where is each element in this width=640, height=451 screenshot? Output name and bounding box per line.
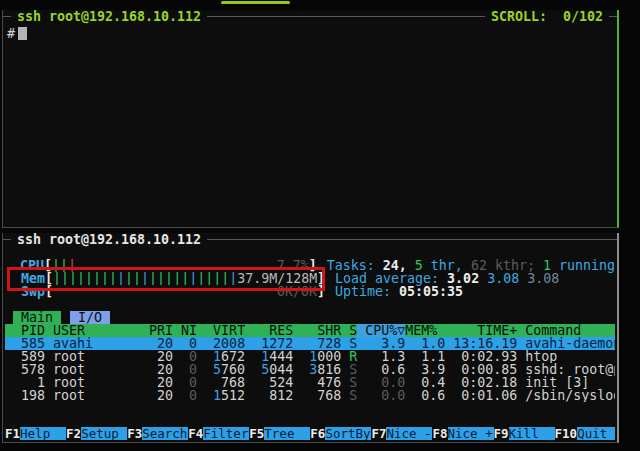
border-line [3, 16, 11, 17]
fkey-sortby-label[interactable]: SortBy [325, 427, 371, 440]
mem-meter-bars: | [189, 272, 197, 285]
fkey-tree-label[interactable]: Tree [264, 427, 310, 440]
fkey-setup-label[interactable]: Setup [81, 427, 127, 440]
fkey-help[interactable]: F1 [5, 427, 20, 440]
swap-meter-line: Swp[0K/0K] Uptime: 05:05:35 [5, 285, 615, 298]
fkey-search[interactable]: F3 [127, 427, 142, 440]
mem-meter-bars: | [229, 272, 237, 285]
col-user[interactable]: USER [45, 324, 125, 337]
process-table-header[interactable]: PIDUSERPRINIVIRTRESSHRSCPU%▽MEM%TIME+Com… [5, 324, 615, 337]
fkey-nice-minus-label[interactable]: Nice - [386, 427, 432, 440]
bottom-pane-title-row: ssh root@192.168.10.112 [3, 233, 617, 246]
mem-meter-bars: | [141, 272, 149, 285]
mem-meter: |||||||||||||||||||||||37.9M/128M [53, 272, 317, 285]
tab-io[interactable]: I/O [70, 311, 110, 324]
fkey-kill[interactable]: F9 [494, 427, 509, 440]
top-pane-title-row: ssh root@192.168.10.112 SCROLL: 0/102 [3, 10, 617, 23]
border-line [207, 239, 617, 240]
bottom-pane-title: ssh root@192.168.10.112 [11, 233, 207, 246]
swap-meter-value: 0K/0K [277, 285, 317, 298]
terminal-cursor [18, 27, 27, 40]
table-row[interactable]: 578root200576050443816S0.63.90:00.85sshd… [5, 363, 615, 376]
table-row[interactable]: 198root2001512812768S0.00.60:01.06/sbin/… [5, 389, 615, 402]
fkey-nice-minus[interactable]: F7 [371, 427, 386, 440]
fkey-nice-plus-label[interactable]: Nice + [448, 427, 494, 440]
mem-meter-value: 37.9M/128M [237, 272, 317, 285]
top-terminal-pane[interactable]: ssh root@192.168.10.112 SCROLL: 0/102 # [2, 10, 619, 228]
mem-meter-bars: | [117, 272, 125, 285]
top-pane-title: ssh root@192.168.10.112 [11, 10, 207, 23]
htop-tab-bar: Main I/O [5, 311, 615, 324]
border-line [207, 16, 485, 17]
border-line [609, 16, 617, 17]
shell-prompt-line[interactable]: # [7, 27, 617, 40]
mem-meter-line: Mem[|||||||||||||||||||||||37.9M/128M] L… [5, 272, 615, 285]
cpu-meter-bars: || [52, 259, 68, 272]
swap-meter: 0K/0K [53, 285, 317, 298]
fkey-help-label[interactable]: Help [20, 427, 66, 440]
uptime: Uptime: 05:05:35 [335, 285, 463, 298]
fkey-setup[interactable]: F2 [66, 427, 81, 440]
htop-app: CPU[|||7.7%] Tasks: 24, 5 thr, 62 kthr; … [3, 246, 617, 442]
fkey-search-label[interactable]: Search [142, 427, 188, 440]
function-key-bar: F1HelpF2SetupF3SearchF4FilterF5TreeF6Sor… [5, 427, 615, 440]
fkey-nice-plus[interactable]: F8 [432, 427, 447, 440]
border-line [3, 239, 11, 240]
scroll-indicator: SCROLL: 0/102 [485, 10, 609, 23]
cpu-meter-bars: | [68, 259, 76, 272]
fkey-filter-label[interactable]: Filter [203, 427, 249, 440]
mem-meter-bars: || [125, 272, 141, 285]
video-progress-strip [221, 1, 290, 4]
fkey-kill-label[interactable]: Kill [509, 427, 555, 440]
fkey-tree[interactable]: F5 [249, 427, 264, 440]
swap-meter-label: Swp [5, 285, 45, 298]
fkey-quit[interactable]: F10 [555, 427, 578, 440]
shell-prompt: # [7, 26, 15, 41]
fkey-sortby[interactable]: F6 [310, 427, 325, 440]
col-command[interactable]: Command [517, 324, 615, 337]
cpu-meter: |||7.7% [52, 259, 309, 272]
mem-meter-bars: |||||||| [53, 272, 117, 285]
cpu-meter-value: 7.7% [277, 259, 309, 272]
bottom-terminal-pane[interactable]: ssh root@192.168.10.112 CPU[|||7.7%] Tas… [2, 233, 619, 443]
fkey-quit-label[interactable]: Quit [577, 427, 615, 440]
table-row[interactable]: 1root200768524476S0.00.40:02.18init [3] [5, 376, 615, 389]
mem-meter-bars: |||| [197, 272, 229, 285]
fkey-filter[interactable]: F4 [188, 427, 203, 440]
mem-meter-bars: ||||| [149, 272, 189, 285]
